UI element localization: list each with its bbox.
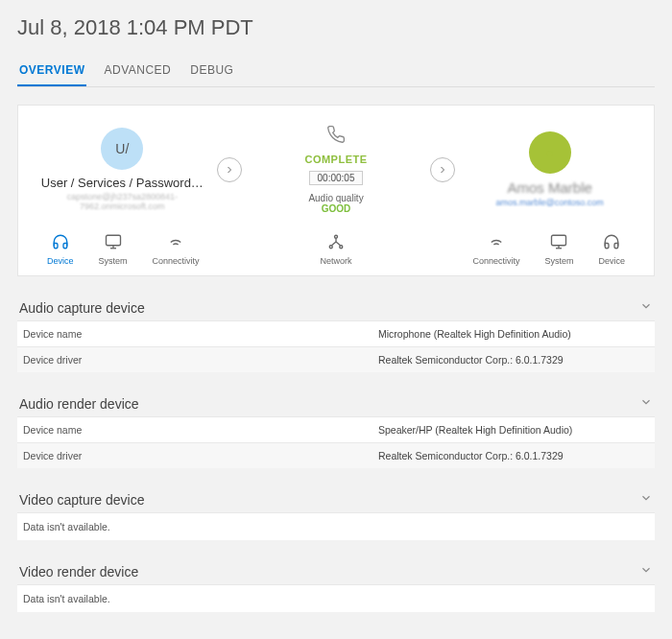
section-audio-render-title: Audio render device — [19, 396, 139, 412]
caller-connectivity-label: Connectivity — [153, 256, 200, 266]
network-icon — [327, 237, 345, 253]
tab-advanced[interactable]: ADVANCED — [102, 58, 173, 86]
caller-avatar: U/ — [101, 128, 143, 170]
callee-system-tab[interactable]: System — [544, 233, 573, 266]
no-data-message: Data isn't available. — [17, 512, 655, 540]
chevron-down-icon — [639, 395, 653, 413]
row-key: Device name — [23, 424, 378, 436]
section-video-capture: Video capture device Data isn't availabl… — [17, 491, 655, 540]
callee-device-tab[interactable]: Device — [598, 233, 625, 266]
tabs: OVERVIEW ADVANCED DEBUG — [17, 58, 655, 87]
table-row: Device driver Realtek Semiconductor Corp… — [17, 442, 655, 468]
section-audio-capture: Audio capture device Device name Microph… — [17, 299, 655, 372]
row-key: Device name — [23, 328, 378, 340]
caller-system-label: System — [99, 256, 128, 266]
section-video-capture-title: Video capture device — [19, 492, 145, 508]
caller-system-tab[interactable]: System — [99, 233, 128, 266]
audio-quality-label: Audio quality — [242, 193, 431, 203]
table-row: Device driver Realtek Semiconductor Corp… — [17, 346, 655, 372]
section-audio-render-header[interactable]: Audio render device — [17, 395, 655, 416]
chevron-down-icon — [639, 563, 653, 580]
chevron-down-icon — [639, 491, 653, 509]
monitor-icon — [550, 237, 567, 253]
network-tab[interactable]: Network — [320, 233, 351, 266]
call-duration: 00:00:05 — [309, 171, 364, 185]
svg-point-6 — [340, 246, 343, 248]
caller-email: capstone@jh237sa2800841-7962.onmicrosoft… — [28, 192, 217, 211]
metric-icons-row: Device System Connectivity Network — [28, 233, 644, 266]
svg-point-5 — [329, 246, 332, 248]
phone-icon — [242, 125, 431, 148]
svg-point-4 — [334, 235, 337, 238]
callee-metric-icons: Connectivity System Device — [472, 233, 625, 266]
section-audio-capture-header[interactable]: Audio capture device — [17, 299, 655, 320]
caller-connectivity-tab[interactable]: Connectivity — [153, 233, 200, 266]
table-row: Device name Microphone (Realtek High Def… — [17, 320, 655, 346]
caller-device-tab[interactable]: Device — [47, 233, 74, 266]
callee-device-label: Device — [598, 256, 625, 266]
callee-expand-button[interactable] — [430, 157, 455, 182]
row-value: Microphone (Realtek High Definition Audi… — [378, 328, 571, 340]
caller-name: User / Services / Password… — [28, 176, 217, 190]
tab-overview[interactable]: OVERVIEW — [17, 58, 86, 86]
call-summary-card: U/ User / Services / Password… capstone@… — [17, 105, 655, 276]
callee-email: amos.marble@contoso.com — [455, 198, 644, 207]
svg-rect-8 — [552, 235, 566, 246]
wifi-icon — [167, 237, 184, 253]
network-label: Network — [320, 256, 351, 266]
no-data-message: Data isn't available. — [17, 584, 655, 612]
callee-connectivity-tab[interactable]: Connectivity — [472, 233, 519, 266]
wifi-icon — [488, 237, 505, 253]
section-video-render-header[interactable]: Video render device — [17, 563, 655, 584]
callee-system-label: System — [544, 256, 573, 266]
call-status: COMPLETE — [242, 154, 431, 165]
caller-block: U/ User / Services / Password… capstone@… — [28, 128, 217, 211]
row-value: Speaker/HP (Realtek High Definition Audi… — [378, 424, 572, 436]
headphones-icon — [52, 237, 69, 253]
caller-expand-button[interactable] — [217, 157, 242, 182]
callee-block: ● Amos Marble amos.marble@contoso.com — [455, 131, 644, 207]
section-video-render: Video render device Data isn't available… — [17, 563, 655, 612]
row-key: Device driver — [23, 450, 378, 462]
headphones-icon — [603, 237, 620, 253]
caller-metric-icons: Device System Connectivity — [47, 233, 200, 266]
section-video-capture-header[interactable]: Video capture device — [17, 491, 655, 512]
table-row: Device name Speaker/HP (Realtek High Def… — [17, 416, 655, 442]
call-center-block: COMPLETE 00:00:05 Audio quality GOOD — [242, 125, 431, 214]
section-video-render-title: Video render device — [19, 564, 138, 580]
section-audio-render: Audio render device Device name Speaker/… — [17, 395, 655, 468]
row-key: Device driver — [23, 354, 378, 366]
callee-connectivity-label: Connectivity — [472, 256, 519, 266]
svg-rect-0 — [106, 235, 120, 246]
row-value: Realtek Semiconductor Corp.: 6.0.1.7329 — [378, 450, 564, 462]
tab-debug[interactable]: DEBUG — [188, 58, 235, 86]
page-title: Jul 8, 2018 1:04 PM PDT — [17, 15, 655, 40]
audio-quality-value: GOOD — [242, 203, 431, 214]
section-audio-capture-title: Audio capture device — [19, 300, 145, 316]
chevron-down-icon — [639, 299, 653, 317]
callee-avatar: ● — [529, 131, 571, 174]
center-metric-icons: Network — [320, 233, 351, 266]
row-value: Realtek Semiconductor Corp.: 6.0.1.7329 — [378, 354, 564, 366]
caller-device-label: Device — [47, 256, 74, 266]
callee-name: Amos Marble — [455, 179, 644, 196]
monitor-icon — [105, 237, 122, 253]
